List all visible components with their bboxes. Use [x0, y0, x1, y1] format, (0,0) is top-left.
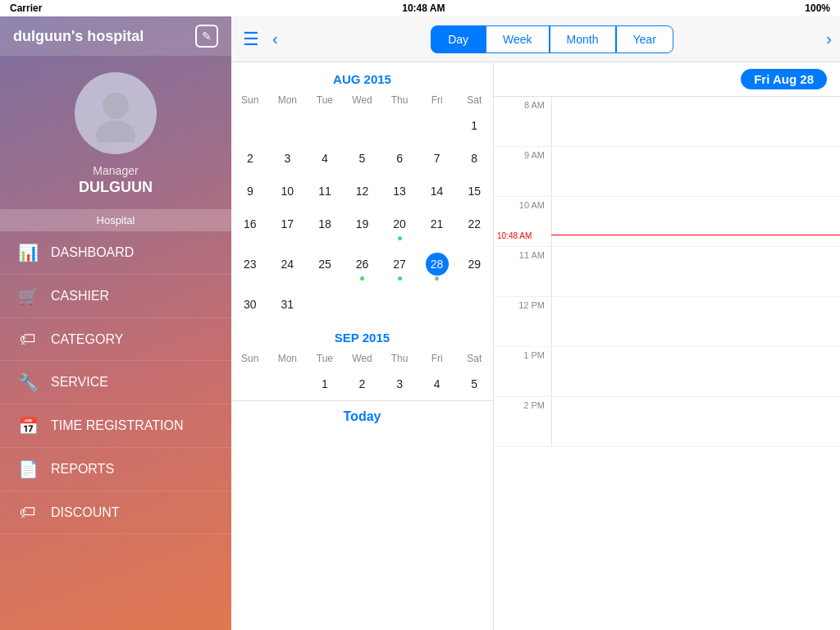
calendar-day[interactable]: 21 [418, 208, 456, 248]
calendar-day[interactable]: 25 [306, 248, 344, 288]
time-label: 9 AM [494, 147, 551, 160]
calendar-day[interactable]: 1 [455, 109, 493, 142]
calendar-day[interactable]: 7 [418, 142, 456, 175]
calendar-day[interactable]: 17 [269, 208, 307, 248]
day-number: 6 [388, 147, 411, 170]
cashier-icon: 🛒 [16, 286, 39, 306]
day-number: 13 [388, 180, 411, 203]
calendar-day[interactable]: 19 [344, 208, 381, 248]
tab-year[interactable]: Year [616, 25, 673, 53]
weekday-label: Thu [381, 94, 418, 106]
day-number: 2 [350, 372, 373, 395]
day-number [463, 293, 486, 316]
time-content[interactable] [551, 297, 840, 346]
calendar-day[interactable]: 16 [231, 208, 269, 248]
calendar-month-header: SEP 2015 [231, 321, 493, 349]
weekday-label: Sun [231, 353, 269, 364]
calendar-day[interactable]: 4 [306, 142, 344, 175]
calendar-day[interactable]: 10 [269, 175, 307, 208]
mini-calendar: AUG 2015SunMonTueWedThuFriSat12345678910… [231, 62, 494, 630]
next-arrow-button[interactable]: › [826, 30, 832, 48]
calendar-day[interactable]: 6 [381, 142, 418, 175]
day-number: 3 [388, 372, 411, 395]
calendar-day[interactable]: 18 [306, 208, 344, 248]
sidebar-item-category[interactable]: 🏷CATEGORY [0, 318, 231, 361]
calendar-day[interactable]: 15 [455, 175, 493, 208]
today-button[interactable]: Today [231, 400, 493, 432]
time-row: 12 PM [494, 297, 840, 347]
calendar-day[interactable]: 22 [455, 208, 493, 248]
time-content[interactable] [551, 347, 840, 396]
day-view: Fri Aug 28 8 AM9 AM10 AM11 AM12 PM1 PM2 … [494, 62, 840, 630]
calendar-day[interactable]: 12 [344, 175, 381, 208]
calendar-day[interactable]: 26 [344, 248, 381, 288]
calendar-day[interactable]: 13 [381, 175, 418, 208]
time-content[interactable] [551, 97, 840, 146]
day-number: 11 [313, 180, 336, 203]
calendar-day[interactable]: 5 [344, 142, 381, 175]
calendar-day[interactable]: 2 [231, 142, 269, 175]
time-label: 12 PM [494, 297, 551, 310]
calendar-day[interactable]: 1 [306, 368, 344, 400]
sidebar-item-reports[interactable]: 📄REPORTS [0, 448, 231, 491]
tab-day[interactable]: Day [431, 25, 486, 53]
app-container: dulguun's hospital ✎ Manager DULGUUN Hos… [0, 0, 840, 630]
day-number [313, 293, 336, 316]
calendar-day[interactable]: 20 [381, 208, 418, 248]
event-dot [398, 236, 402, 240]
calendar-day[interactable]: 24 [269, 248, 307, 288]
calendar-day[interactable]: 2 [344, 368, 381, 400]
edit-icon-button[interactable]: ✎ [195, 25, 218, 48]
sidebar-item-dashboard[interactable]: 📊DASHBOARD [0, 231, 231, 275]
time-content[interactable] [551, 397, 840, 446]
calendar-weekdays: SunMonTueWedThuFriSat [231, 91, 493, 109]
hamburger-button[interactable]: ☰ [240, 25, 262, 53]
day-number: 16 [239, 212, 262, 235]
calendar-day[interactable]: 27 [381, 248, 418, 288]
calendar-day[interactable]: 3 [381, 368, 418, 400]
sidebar-item-label: SERVICE [51, 375, 108, 390]
weekday-label: Tue [306, 353, 344, 364]
calendar-day[interactable]: 29 [455, 248, 493, 288]
calendar-body: AUG 2015SunMonTueWedThuFriSat12345678910… [231, 62, 840, 630]
calendar-day[interactable]: 30 [231, 288, 269, 321]
day-number: 30 [239, 293, 262, 316]
day-number: 31 [276, 293, 299, 316]
profile-role: Manager [93, 164, 138, 177]
tab-week[interactable]: Week [486, 25, 550, 53]
calendar-day[interactable]: 23 [231, 248, 269, 288]
day-number [350, 293, 373, 316]
calendar-day[interactable]: 8 [455, 142, 493, 175]
sidebar-item-cashier[interactable]: 🛒CASHIER [0, 275, 231, 318]
main-content: ☰ ‹ DayWeekMonthYear › AUG 2015SunMonTue… [231, 16, 840, 630]
calendar-day[interactable]: 28 [418, 248, 456, 288]
sidebar-item-time-registration[interactable]: 📅TIME REGISTRATION [0, 404, 231, 448]
prev-arrow-button[interactable]: ‹ [272, 30, 278, 48]
time-content[interactable] [551, 147, 840, 196]
discount-icon: 🏷 [16, 503, 39, 522]
sidebar-item-service[interactable]: 🔧SERVICE [0, 361, 231, 404]
category-icon: 🏷 [16, 330, 39, 349]
time-content[interactable] [551, 197, 840, 246]
nav-menu: 📊DASHBOARD🛒CASHIER🏷CATEGORY🔧SERVICE📅TIME… [0, 231, 231, 630]
sidebar-item-discount[interactable]: 🏷DISCOUNT [0, 491, 231, 534]
time-row: 1 PM [494, 347, 840, 397]
time-label: 11 AM [494, 247, 551, 260]
calendar-day[interactable]: 3 [269, 142, 307, 175]
calendar-day[interactable]: 4 [418, 368, 456, 400]
day-number: 25 [313, 253, 336, 276]
profile-name: DULGUUN [79, 179, 153, 196]
calendar-day[interactable]: 11 [306, 175, 344, 208]
day-number: 27 [388, 253, 411, 276]
calendar-day[interactable]: 5 [455, 368, 493, 400]
day-number: 4 [313, 147, 336, 170]
avatar [75, 72, 157, 154]
weekday-label: Sun [231, 94, 269, 106]
day-number: 7 [426, 147, 449, 170]
time-content[interactable] [551, 247, 840, 296]
calendar-day[interactable]: 14 [418, 175, 456, 208]
calendar-day[interactable]: 31 [269, 288, 307, 321]
tab-month[interactable]: Month [550, 25, 616, 53]
calendar-day[interactable]: 9 [231, 175, 269, 208]
app-title: dulguun's hospital [13, 28, 144, 45]
